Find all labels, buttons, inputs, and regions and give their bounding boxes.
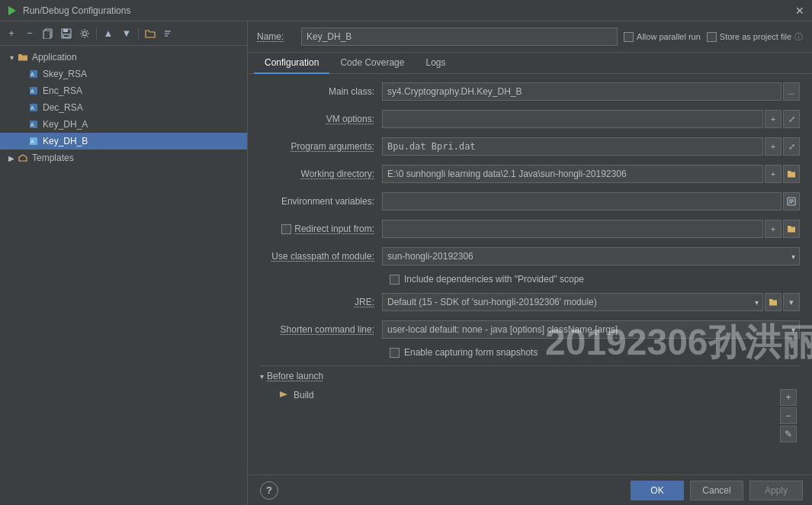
run-debug-icon [6,5,18,17]
before-launch-section: ▾ Before launch Build [260,365,800,445]
right-panel: Name: Allow parallel run Store as projec… [248,21,812,505]
working-dir-add-button[interactable]: + [765,165,782,183]
env-vars-edit-button[interactable] [783,192,800,211]
svg-marker-24 [280,391,287,397]
before-launch-content: Build + − ✎ [260,386,800,445]
env-vars-row: Environment variables: [260,191,800,211]
help-button[interactable]: ? [260,481,278,500]
before-launch-toggle-icon: ▾ [260,372,264,381]
remove-config-button[interactable]: − [21,25,38,42]
vm-options-expand-button[interactable]: ⤢ [783,110,800,128]
tab-logs[interactable]: Logs [415,53,456,74]
env-vars-label: Environment variables: [260,196,382,207]
expand-templates-icon: ▶ [6,153,17,163]
parallel-run-option: Allow parallel run [624,32,701,42]
before-launch-add-button[interactable]: + [780,389,797,406]
shorten-cmd-row: Shorten command line: user-local default… [260,320,800,339]
close-button[interactable]: ✕ [794,5,806,17]
name-input[interactable] [301,27,618,46]
ok-button[interactable]: OK [631,481,684,500]
main-class-input[interactable] [382,82,782,101]
tree-item-templates[interactable]: ▶ Templates [0,150,247,166]
shorten-cmd-select[interactable]: user-local default: none - java [options… [382,320,800,339]
program-args-row: Program arguments: + ⤢ [260,137,800,156]
jre-dropdown-button[interactable]: ▾ [783,293,800,311]
tab-coverage[interactable]: Code Coverage [329,53,415,74]
include-deps-row: Include dependencies with "Provided" sco… [390,274,800,285]
program-args-add-button[interactable]: + [765,137,782,156]
jre-row: JRE: Default (15 - SDK of 'sun-hongli-20… [260,292,800,312]
copy-config-button[interactable] [40,25,56,42]
save-config-button[interactable] [58,25,75,42]
dec-rsa-icon: A [27,101,40,114]
main-class-browse-button[interactable]: ... [783,82,800,101]
name-row: Name: Allow parallel run Store as projec… [248,21,812,53]
tree-item-application[interactable]: ▾ Application [0,49,247,66]
working-dir-label: Working directory: [260,169,382,179]
redirect-input-add-button[interactable]: + [765,220,782,238]
before-launch-header[interactable]: ▾ Before launch [260,366,800,386]
key-dh-a-label: Key_DH_A [43,119,88,130]
config-toolbar: + − ▲ [0,21,247,46]
svg-text:A: A [30,88,34,94]
store-project-option: Store as project file ⓘ [707,31,803,43]
redirect-input-field[interactable] [382,220,763,238]
before-launch-remove-button[interactable]: − [780,407,797,424]
main-class-row: Main class: ... [260,82,800,101]
tree-item-dec-rsa[interactable]: A Dec_RSA [0,99,247,116]
before-launch-list: Build [260,386,777,404]
program-args-expand-button[interactable]: ⤢ [783,137,800,156]
dec-rsa-label: Dec_RSA [43,102,83,113]
folder-button[interactable] [142,25,159,42]
classpath-row: Use classpath of module: sun-hongli-2019… [260,246,800,266]
shorten-cmd-label: Shorten command line: [260,324,382,335]
vm-options-input[interactable] [382,110,763,128]
jre-label: JRE: [260,297,382,307]
cancel-button[interactable]: Cancel [690,481,743,500]
enable-capturing-label: Enable capturing form snapshots [404,347,538,358]
working-dir-input[interactable] [382,165,763,183]
settings-button[interactable] [76,25,93,42]
vm-options-add-button[interactable]: + [765,110,782,128]
program-args-input[interactable] [382,137,763,156]
classpath-select[interactable]: sun-hongli-20192306 [382,247,800,265]
tree-item-enc-rsa[interactable]: A Enc_RSA [0,82,247,99]
svg-text:A: A [30,72,34,77]
svg-text:A: A [30,122,34,127]
include-deps-label: Include dependencies with "Provided" sco… [404,274,584,285]
store-project-checkbox[interactable] [707,32,717,42]
parallel-run-checkbox[interactable] [624,32,634,42]
sort-button[interactable] [160,25,177,42]
tabs-row: Configuration Code Coverage Logs [248,53,812,74]
vm-options-row: VM options: + ⤢ [260,109,800,129]
working-dir-browse-button[interactable] [783,165,800,183]
tab-configuration[interactable]: Configuration [254,53,329,74]
redirect-input-checkbox[interactable] [281,224,291,234]
include-deps-checkbox[interactable] [390,275,400,285]
jre-select[interactable]: Default (15 - SDK of 'sun-hongli-2019230… [382,293,763,311]
move-down-button[interactable]: ▼ [118,25,135,42]
bottom-bar: ? OK Cancel Apply [248,474,812,505]
enable-capturing-checkbox[interactable] [390,348,400,358]
move-up-button[interactable]: ▲ [100,25,117,42]
enable-capturing-row: Enable capturing form snapshots [390,347,800,358]
launch-side-controls: + − ✎ [777,386,800,445]
svg-text:A: A [30,139,34,144]
enc-rsa-label: Enc_RSA [43,85,82,96]
build-label: Build [294,390,314,400]
form-area: Main class: ... VM options: + ⤢ [248,74,812,474]
build-item[interactable]: Build [260,386,777,404]
jre-browse-button[interactable] [765,293,782,311]
tree-item-key-dh-a[interactable]: A Key_DH_A [0,116,247,133]
working-dir-row: Working directory: + [260,164,800,184]
redirect-input-browse-button[interactable] [783,220,800,238]
add-config-button[interactable]: + [3,25,20,42]
env-vars-input[interactable] [382,192,782,211]
before-launch-edit-button[interactable]: ✎ [780,426,797,442]
title-bar: Run/Debug Configurations ✕ [0,0,812,21]
svg-rect-2 [43,31,50,39]
svg-rect-5 [63,34,69,37]
tree-item-skey-rsa[interactable]: A Skey_RSA [0,66,247,82]
tree-item-key-dh-b[interactable]: A Key_DH_B [0,133,247,150]
apply-button[interactable]: Apply [749,481,803,500]
